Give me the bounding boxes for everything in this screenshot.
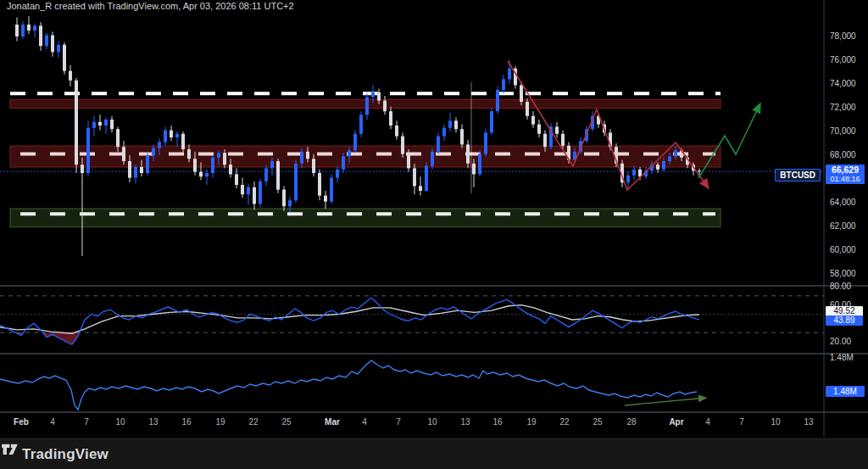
rsi-value-badge: 43.89 <box>826 315 863 326</box>
time-axis[interactable] <box>0 412 824 437</box>
rsi-axis-tick: 20.00 <box>830 337 851 346</box>
tradingview-logo[interactable]: TradingView <box>22 446 108 463</box>
volume-axis-tick: 1.48M <box>830 353 854 362</box>
volume-pane <box>0 360 706 410</box>
rsi-pane <box>0 296 824 344</box>
tradingview-logo-text: TradingView <box>22 446 108 463</box>
symbol-price-line-label: BTCUSD <box>775 169 821 181</box>
tradingview-logo-icon <box>0 439 19 459</box>
last-price-value: 66,629 <box>826 165 865 175</box>
supply-demand-zones[interactable] <box>10 99 721 227</box>
tradingview-chart-window: Jonatan_R created with TradingView.com, … <box>0 0 868 469</box>
volume-value-badge: 1.48M <box>826 386 865 397</box>
last-price-badge: 66,629 01:48:16 <box>826 165 865 184</box>
chart-canvas[interactable] <box>0 0 868 469</box>
price-axis[interactable] <box>824 13 868 286</box>
bar-close-countdown: 01:48:16 <box>826 175 865 183</box>
bottom-toolbar: TradingView <box>0 439 868 469</box>
